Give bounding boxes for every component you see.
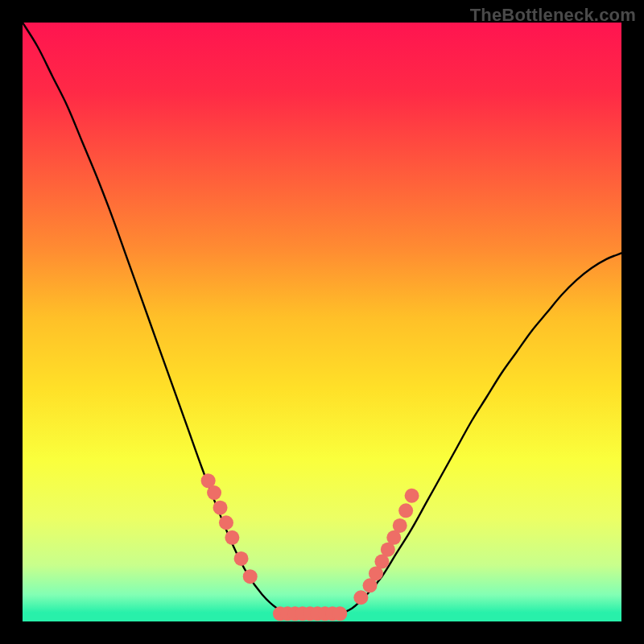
data-point (398, 503, 413, 518)
data-point (353, 590, 368, 605)
chart-container: TheBottleneck.com (0, 0, 644, 644)
data-point (405, 489, 419, 503)
data-point (234, 551, 249, 566)
data-point (219, 515, 233, 530)
gradient-background (23, 23, 621, 621)
data-point (207, 485, 221, 500)
data-point (225, 530, 239, 545)
plot-area (23, 23, 621, 621)
data-point (213, 501, 228, 515)
data-point (393, 518, 407, 533)
bottleneck-chart (0, 0, 644, 644)
data-point (332, 606, 347, 621)
data-point (243, 569, 258, 584)
watermark-text: TheBottleneck.com (470, 5, 636, 26)
